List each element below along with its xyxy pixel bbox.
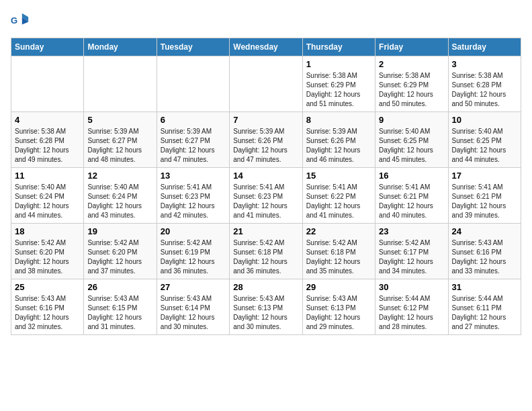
calendar-cell: 14Sunrise: 5:41 AM Sunset: 6:23 PM Dayli… (230, 168, 302, 224)
day-number: 29 (306, 282, 371, 292)
calendar-cell: 4Sunrise: 5:38 AM Sunset: 6:28 PM Daylig… (11, 112, 84, 168)
day-info: Sunrise: 5:42 AM Sunset: 6:20 PM Dayligh… (87, 238, 152, 276)
day-number: 10 (452, 115, 517, 125)
calendar-cell: 31Sunrise: 5:44 AM Sunset: 6:11 PM Dayli… (448, 279, 521, 335)
day-number: 18 (15, 226, 80, 236)
day-number: 9 (379, 115, 444, 125)
calendar-cell: 18Sunrise: 5:42 AM Sunset: 6:20 PM Dayli… (11, 224, 84, 279)
day-info: Sunrise: 5:38 AM Sunset: 6:29 PM Dayligh… (379, 71, 444, 109)
day-header-wednesday: Wednesday (230, 38, 302, 56)
svg-text:G: G (11, 15, 17, 26)
day-info: Sunrise: 5:41 AM Sunset: 6:21 PM Dayligh… (452, 183, 517, 220)
day-number: 23 (379, 226, 444, 236)
logo-icon: G (11, 11, 30, 30)
day-number: 28 (233, 282, 298, 292)
calendar-cell: 20Sunrise: 5:42 AM Sunset: 6:19 PM Dayli… (157, 224, 229, 279)
calendar-cell: 8Sunrise: 5:39 AM Sunset: 6:26 PM Daylig… (302, 112, 375, 168)
day-info: Sunrise: 5:39 AM Sunset: 6:27 PM Dayligh… (87, 127, 152, 165)
calendar-cell: 12Sunrise: 5:40 AM Sunset: 6:24 PM Dayli… (84, 168, 157, 224)
calendar-cell (157, 56, 229, 112)
logo: G (11, 11, 32, 30)
day-number: 22 (306, 226, 371, 236)
calendar-cell (230, 56, 302, 112)
calendar-cell: 27Sunrise: 5:43 AM Sunset: 6:14 PM Dayli… (157, 279, 229, 335)
calendar-week-row: 1Sunrise: 5:38 AM Sunset: 6:29 PM Daylig… (11, 56, 521, 112)
calendar-cell: 2Sunrise: 5:38 AM Sunset: 6:29 PM Daylig… (375, 56, 448, 112)
day-header-sunday: Sunday (11, 38, 84, 56)
calendar-cell: 23Sunrise: 5:42 AM Sunset: 6:17 PM Dayli… (375, 224, 448, 279)
calendar-week-row: 11Sunrise: 5:40 AM Sunset: 6:24 PM Dayli… (11, 168, 521, 224)
calendar-cell: 24Sunrise: 5:43 AM Sunset: 6:16 PM Dayli… (448, 224, 521, 279)
calendar-cell: 15Sunrise: 5:41 AM Sunset: 6:22 PM Dayli… (302, 168, 375, 224)
day-number: 14 (233, 171, 298, 181)
day-info: Sunrise: 5:38 AM Sunset: 6:29 PM Dayligh… (306, 71, 371, 109)
day-info: Sunrise: 5:38 AM Sunset: 6:28 PM Dayligh… (452, 71, 517, 109)
calendar-cell: 5Sunrise: 5:39 AM Sunset: 6:27 PM Daylig… (84, 112, 157, 168)
day-number: 11 (15, 171, 80, 181)
day-info: Sunrise: 5:43 AM Sunset: 6:16 PM Dayligh… (452, 238, 517, 276)
day-info: Sunrise: 5:39 AM Sunset: 6:26 PM Dayligh… (233, 127, 298, 165)
day-number: 16 (379, 171, 444, 181)
day-info: Sunrise: 5:42 AM Sunset: 6:20 PM Dayligh… (15, 238, 80, 276)
day-info: Sunrise: 5:44 AM Sunset: 6:12 PM Dayligh… (379, 294, 444, 332)
day-info: Sunrise: 5:40 AM Sunset: 6:25 PM Dayligh… (452, 127, 517, 165)
calendar-cell: 6Sunrise: 5:39 AM Sunset: 6:27 PM Daylig… (157, 112, 229, 168)
day-info: Sunrise: 5:42 AM Sunset: 6:19 PM Dayligh… (161, 238, 226, 276)
calendar-week-row: 4Sunrise: 5:38 AM Sunset: 6:28 PM Daylig… (11, 112, 521, 168)
calendar-cell: 19Sunrise: 5:42 AM Sunset: 6:20 PM Dayli… (84, 224, 157, 279)
day-header-tuesday: Tuesday (157, 38, 229, 56)
day-number: 13 (161, 171, 226, 181)
calendar-cell: 21Sunrise: 5:42 AM Sunset: 6:18 PM Dayli… (230, 224, 302, 279)
day-info: Sunrise: 5:42 AM Sunset: 6:18 PM Dayligh… (233, 238, 298, 276)
calendar-cell: 13Sunrise: 5:41 AM Sunset: 6:23 PM Dayli… (157, 168, 229, 224)
calendar-cell: 17Sunrise: 5:41 AM Sunset: 6:21 PM Dayli… (448, 168, 521, 224)
day-header-thursday: Thursday (302, 38, 375, 56)
calendar-cell: 25Sunrise: 5:43 AM Sunset: 6:16 PM Dayli… (11, 279, 84, 335)
day-number: 19 (87, 226, 152, 236)
calendar-cell: 26Sunrise: 5:43 AM Sunset: 6:15 PM Dayli… (84, 279, 157, 335)
calendar-table: SundayMondayTuesdayWednesdayThursdayFrid… (11, 38, 521, 335)
day-info: Sunrise: 5:40 AM Sunset: 6:24 PM Dayligh… (15, 183, 80, 220)
day-info: Sunrise: 5:43 AM Sunset: 6:15 PM Dayligh… (87, 294, 152, 332)
day-info: Sunrise: 5:41 AM Sunset: 6:23 PM Dayligh… (161, 183, 226, 220)
day-number: 1 (306, 59, 371, 69)
day-number: 20 (161, 226, 226, 236)
calendar-cell: 28Sunrise: 5:43 AM Sunset: 6:13 PM Dayli… (230, 279, 302, 335)
day-number: 8 (306, 115, 371, 125)
day-number: 25 (15, 282, 80, 292)
day-info: Sunrise: 5:39 AM Sunset: 6:27 PM Dayligh… (161, 127, 226, 165)
calendar-cell: 22Sunrise: 5:42 AM Sunset: 6:18 PM Dayli… (302, 224, 375, 279)
calendar-cell: 11Sunrise: 5:40 AM Sunset: 6:24 PM Dayli… (11, 168, 84, 224)
calendar-cell: 7Sunrise: 5:39 AM Sunset: 6:26 PM Daylig… (230, 112, 302, 168)
day-info: Sunrise: 5:40 AM Sunset: 6:25 PM Dayligh… (379, 127, 444, 165)
day-number: 30 (379, 282, 444, 292)
day-info: Sunrise: 5:43 AM Sunset: 6:13 PM Dayligh… (306, 294, 371, 332)
day-info: Sunrise: 5:41 AM Sunset: 6:23 PM Dayligh… (233, 183, 298, 220)
day-info: Sunrise: 5:41 AM Sunset: 6:21 PM Dayligh… (379, 183, 444, 220)
calendar-week-row: 18Sunrise: 5:42 AM Sunset: 6:20 PM Dayli… (11, 224, 521, 279)
day-info: Sunrise: 5:39 AM Sunset: 6:26 PM Dayligh… (306, 127, 371, 165)
day-info: Sunrise: 5:41 AM Sunset: 6:22 PM Dayligh… (306, 183, 371, 220)
calendar-cell: 1Sunrise: 5:38 AM Sunset: 6:29 PM Daylig… (302, 56, 375, 112)
day-number: 6 (161, 115, 226, 125)
day-number: 31 (452, 282, 517, 292)
day-info: Sunrise: 5:40 AM Sunset: 6:24 PM Dayligh… (87, 183, 152, 220)
calendar-cell: 30Sunrise: 5:44 AM Sunset: 6:12 PM Dayli… (375, 279, 448, 335)
calendar-cell: 10Sunrise: 5:40 AM Sunset: 6:25 PM Dayli… (448, 112, 521, 168)
page-header: G (11, 11, 521, 30)
day-info: Sunrise: 5:43 AM Sunset: 6:16 PM Dayligh… (15, 294, 80, 332)
day-header-monday: Monday (84, 38, 157, 56)
day-number: 2 (379, 59, 444, 69)
day-number: 3 (452, 59, 517, 69)
calendar-cell: 3Sunrise: 5:38 AM Sunset: 6:28 PM Daylig… (448, 56, 521, 112)
day-info: Sunrise: 5:44 AM Sunset: 6:11 PM Dayligh… (452, 294, 517, 332)
day-info: Sunrise: 5:43 AM Sunset: 6:14 PM Dayligh… (161, 294, 226, 332)
day-header-saturday: Saturday (448, 38, 521, 56)
day-number: 26 (87, 282, 152, 292)
day-info: Sunrise: 5:38 AM Sunset: 6:28 PM Dayligh… (15, 127, 80, 165)
day-info: Sunrise: 5:43 AM Sunset: 6:13 PM Dayligh… (233, 294, 298, 332)
day-info: Sunrise: 5:42 AM Sunset: 6:17 PM Dayligh… (379, 238, 444, 276)
day-number: 24 (452, 226, 517, 236)
calendar-header-row: SundayMondayTuesdayWednesdayThursdayFrid… (11, 38, 521, 56)
day-number: 5 (87, 115, 152, 125)
